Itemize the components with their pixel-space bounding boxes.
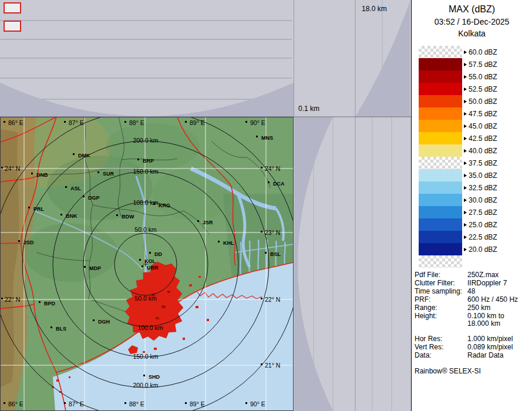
scale-label: 30.0 dBZ (469, 196, 497, 204)
station-dot (84, 266, 86, 268)
scale-arrow-icon (464, 174, 467, 177)
scale-swatch (419, 218, 462, 231)
scale-row: 32.5 dBZ (419, 181, 532, 194)
lon-label: 89° E (190, 119, 205, 126)
info-label: PRF: (415, 296, 467, 304)
lon-label: 90° E (250, 119, 265, 126)
info-row: Vert Res:0.089 km/pixel (415, 343, 532, 351)
station-dot (50, 326, 52, 328)
station-dot (73, 153, 75, 155)
scale-row: 52.5 dBZ (419, 83, 532, 95)
info-label: Hor Res: (415, 335, 467, 343)
scale-label: 32.5 dBZ (469, 184, 497, 192)
lat-label: 24° N (265, 165, 280, 172)
station-label: DGH (98, 319, 110, 325)
station-dot (137, 159, 139, 160)
scale-arrow-icon (464, 87, 467, 91)
color-scale: 60.0 dBZ57.5 dBZ55.0 dBZ52.5 dBZ50.0 dBZ… (419, 46, 532, 268)
station-label: UBR (147, 265, 159, 271)
map-canvas[interactable]: 86° E86° E87° E87° E88° E88° E89° E89° E… (0, 106, 299, 411)
scale-label: 35.0 dBZ (469, 171, 497, 180)
range-ring-label: 100.0 km (137, 324, 163, 331)
scale-row: 42.5 dBZ (419, 132, 532, 144)
scale-row: 50.0 dBZ (419, 95, 532, 107)
scale-arrow-icon (464, 112, 467, 116)
scale-swatch (419, 83, 462, 95)
legend-panel: MAX (dBZ) 03:52 / 16-Dec-2025 Kolkata 60… (411, 0, 532, 411)
lon-label: 88° E (129, 400, 144, 407)
range-ring-label: 200.0 km (133, 137, 158, 144)
alert-box-2[interactable] (4, 21, 21, 31)
scale-arrow-icon (464, 63, 467, 66)
scale-label: 45.0 dBZ (469, 122, 497, 130)
scale-label: 57.5 dBZ (469, 60, 497, 69)
scale-row: 47.5 dBZ (419, 107, 532, 120)
alert-box-1[interactable] (4, 3, 21, 13)
station-label: KOL (144, 258, 156, 264)
scale-row (419, 255, 532, 268)
info-row: Time sampling:48 (415, 288, 532, 295)
lat-tick (1, 167, 3, 169)
scale-swatch (419, 206, 462, 218)
range-ring-label: 200.0 km (133, 382, 158, 389)
scale-label: 20.0 dBZ (469, 245, 497, 254)
station-label: DNB (36, 172, 48, 178)
lat-label: 23° N (265, 229, 280, 236)
station-dot (18, 240, 20, 242)
station-dot (268, 181, 270, 183)
range-ring-label: 50.0 km (134, 226, 157, 233)
lon-tick (185, 121, 187, 123)
station-label: DCA (273, 181, 285, 187)
station-dot (116, 214, 118, 216)
lat-tick (261, 167, 262, 169)
info-row: Pdf File:250Z.max (415, 271, 532, 279)
scale-arrow-icon (464, 50, 467, 54)
radar-display-area: 18.0 km 0.1 km (0, 0, 411, 411)
scale-label: 60.0 dBZ (469, 48, 497, 56)
scale-swatch (419, 95, 462, 107)
scale-row: 35.0 dBZ (419, 169, 532, 181)
station-label: BRP (143, 158, 154, 164)
scale-swatch (419, 181, 462, 194)
scale-row: 25.0 dBZ (419, 218, 532, 231)
scale-swatch (419, 243, 462, 255)
info-label: Range: (415, 304, 467, 312)
info-label: Pdf File: (415, 271, 467, 279)
scale-label: 55.0 dBZ (469, 73, 497, 81)
scale-arrow-icon (464, 235, 467, 239)
info-row: Height:0.100 km to 18.000 km (415, 312, 532, 328)
station-label: MDP (89, 265, 101, 271)
info-row: Range:250 km (415, 304, 532, 312)
scale-arrow-icon (464, 211, 467, 214)
station-dot (153, 203, 155, 205)
station-label: PRL (33, 206, 45, 212)
scale-label: 47.5 dBZ (469, 110, 497, 118)
station-label: ASL (70, 186, 82, 191)
scale-swatch (419, 70, 462, 83)
scale-row: 40.0 dBZ (419, 144, 532, 157)
range-ring-label: 150.0 km (133, 168, 158, 175)
range-ring-label: 100.0 km (133, 199, 158, 206)
scale-label: 42.5 dBZ (469, 134, 497, 143)
station-dot (65, 186, 67, 188)
lon-label: 89° E (190, 400, 205, 407)
scale-label: 27.5 dBZ (469, 208, 497, 217)
lat-tick (261, 298, 262, 299)
scale-row: 57.5 dBZ (419, 58, 532, 70)
info-list: Pdf File:250Z.maxClutter Filter:IIRDoppl… (415, 271, 532, 359)
station-dot (83, 196, 85, 197)
info-row: Clutter Filter:IIRDoppler 7 (415, 279, 532, 287)
scale-label: 37.5 dBZ (469, 159, 497, 167)
scale-row: 30.0 dBZ (419, 194, 532, 206)
scale-label: 22.5 dBZ (469, 233, 497, 241)
info-value: Radar Data (467, 352, 503, 359)
scale-arrow-icon (464, 198, 467, 202)
info-row: Data:Radar Data (415, 352, 532, 359)
station-dot (143, 375, 145, 376)
lon-tick (124, 402, 126, 404)
scale-arrow-icon (464, 161, 467, 165)
scale-label: 52.5 dBZ (469, 85, 497, 93)
station-label: BDW (122, 214, 134, 220)
station-dot (218, 241, 220, 242)
station-dot (149, 252, 151, 254)
